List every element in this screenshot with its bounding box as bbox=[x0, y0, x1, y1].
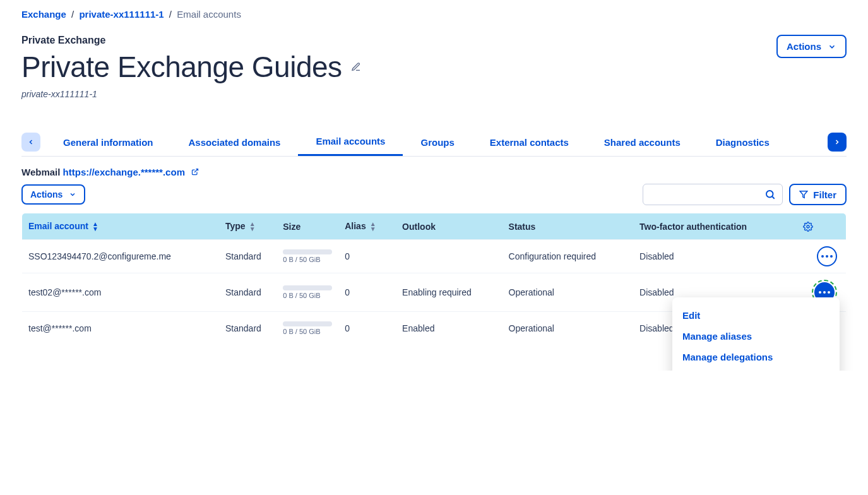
cell-type: Standard bbox=[219, 240, 276, 273]
breadcrumb-sep: / bbox=[167, 9, 174, 20]
breadcrumb-mid[interactable]: private-xx111111-1 bbox=[79, 9, 163, 20]
cell-email: test@******.com bbox=[22, 312, 220, 345]
cell-size: 0 B / 50 GiB bbox=[276, 273, 338, 312]
menu-item-manage-aliases[interactable]: Manage aliases bbox=[672, 326, 840, 347]
page-subtitle: Private Exchange bbox=[21, 35, 361, 46]
tab-email-accounts[interactable]: Email accounts bbox=[298, 128, 403, 156]
service-identifier: private-xx111111-1 bbox=[21, 89, 361, 99]
tab-diagnostics[interactable]: Diagnostics bbox=[698, 129, 787, 155]
cell-alias: 0 bbox=[338, 240, 396, 273]
row-actions-menu: EditManage aliasesManage delegationsExpo… bbox=[672, 297, 840, 371]
chevron-right-icon bbox=[833, 138, 841, 146]
col-size[interactable]: Size bbox=[276, 213, 338, 240]
col-status[interactable]: Status bbox=[502, 213, 634, 240]
breadcrumb-sep: / bbox=[69, 9, 76, 20]
chevron-down-icon bbox=[69, 191, 76, 198]
page-title: Private Exchange Guides bbox=[21, 50, 342, 84]
chevron-left-icon bbox=[27, 138, 35, 146]
breadcrumb-root[interactable]: Exchange bbox=[21, 9, 66, 20]
webmail-label: Webmail bbox=[21, 167, 60, 177]
webmail-link[interactable]: https://exchange.******.com bbox=[63, 167, 185, 177]
search-icon bbox=[764, 189, 776, 200]
col-settings[interactable] bbox=[797, 213, 846, 240]
cell-type: Standard bbox=[219, 312, 276, 345]
cell-status: Configuration required bbox=[502, 240, 634, 273]
tabs-scroll-left[interactable] bbox=[21, 133, 40, 152]
cell-alias: 0 bbox=[338, 273, 396, 312]
row-actions-button[interactable] bbox=[817, 246, 837, 266]
tab-associated-domains[interactable]: Associated domains bbox=[171, 129, 299, 155]
svg-line-2 bbox=[773, 196, 775, 198]
gear-icon bbox=[803, 222, 813, 232]
tabs-scroll-right[interactable] bbox=[828, 133, 847, 152]
filter-button[interactable]: Filter bbox=[789, 184, 847, 205]
svg-marker-3 bbox=[800, 191, 807, 198]
cell-twofa: Disabled bbox=[633, 240, 797, 273]
cell-email: SSO123494470.2@configureme.me bbox=[22, 240, 220, 273]
cell-status: Operational bbox=[502, 273, 634, 312]
tabs-bar: General informationAssociated domainsEma… bbox=[21, 128, 847, 157]
cell-alias: 0 bbox=[338, 312, 396, 345]
header-actions-label: Actions bbox=[787, 41, 821, 52]
col-alias[interactable]: Alias▲▼ bbox=[338, 213, 396, 240]
tab-groups[interactable]: Groups bbox=[403, 129, 472, 155]
webmail-row: Webmail https://exchange.******.com bbox=[21, 167, 847, 177]
edit-title-icon[interactable] bbox=[351, 62, 361, 72]
col-type[interactable]: Type▲▼ bbox=[219, 213, 276, 240]
col-email[interactable]: Email account▲▼ bbox=[22, 213, 220, 240]
filter-label: Filter bbox=[813, 189, 836, 200]
breadcrumb-current: Email accounts bbox=[177, 9, 241, 20]
header-actions-button[interactable]: Actions bbox=[776, 35, 847, 58]
svg-point-4 bbox=[807, 225, 809, 228]
col-twofa[interactable]: Two-factor authentication bbox=[633, 213, 797, 240]
chevron-down-icon bbox=[828, 42, 836, 51]
cell-size: 0 B / 50 GiB bbox=[276, 240, 338, 273]
tab-general-information[interactable]: General information bbox=[45, 129, 171, 155]
cell-outlook: Enabled bbox=[396, 312, 502, 345]
cell-email: test02@******.com bbox=[22, 273, 220, 312]
col-outlook[interactable]: Outlook bbox=[396, 213, 502, 240]
search-input-wrap[interactable] bbox=[643, 184, 783, 205]
filter-icon bbox=[799, 190, 808, 199]
cell-size: 0 B / 50 GiB bbox=[276, 312, 338, 345]
svg-line-0 bbox=[194, 169, 198, 173]
cell-outlook bbox=[396, 240, 502, 273]
cell-type: Standard bbox=[219, 273, 276, 312]
tab-external-contacts[interactable]: External contacts bbox=[472, 129, 586, 155]
external-link-icon bbox=[191, 168, 199, 176]
menu-item-manage-delegations[interactable]: Manage delegations bbox=[672, 347, 840, 367]
tab-shared-accounts[interactable]: Shared accounts bbox=[586, 129, 698, 155]
table-actions-label: Actions bbox=[30, 189, 62, 200]
svg-point-1 bbox=[766, 191, 773, 198]
search-input[interactable] bbox=[650, 189, 764, 200]
cell-status: Operational bbox=[502, 312, 634, 345]
breadcrumb: Exchange / private-xx111111-1 / Email ac… bbox=[21, 9, 847, 20]
table-actions-button[interactable]: Actions bbox=[21, 184, 85, 205]
menu-item-edit[interactable]: Edit bbox=[672, 305, 840, 326]
menu-item-export-in-pst-format[interactable]: Export in PST format bbox=[672, 367, 840, 371]
table-row: SSO123494470.2@configureme.meStandard0 B… bbox=[22, 240, 847, 273]
cell-outlook: Enabling required bbox=[396, 273, 502, 312]
